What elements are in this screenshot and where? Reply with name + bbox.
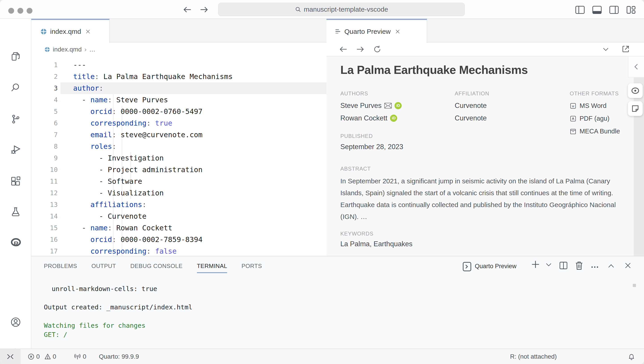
code-line[interactable]: 3author: (31, 82, 326, 94)
other-formats-list: wMS WordPDF (agu)MECA Bundle (570, 99, 620, 138)
preview-tab-bar: Quarto Preview (326, 19, 644, 43)
back-icon[interactable] (339, 46, 347, 53)
error-icon (28, 353, 34, 360)
reload-icon[interactable] (373, 45, 381, 53)
keywords-text: La Palma, Earthquakes (340, 240, 412, 248)
testing-icon[interactable] (10, 207, 21, 217)
account-icon[interactable] (10, 317, 21, 327)
code-line[interactable]: 2title: La Palma Earthquake Mechanisms (31, 71, 326, 82)
code-line[interactable]: 10 - Project administration (31, 164, 326, 176)
line-number: 11 (31, 178, 58, 185)
run-debug-icon[interactable] (10, 144, 21, 155)
history-back-icon[interactable] (183, 6, 192, 13)
line-number: 1 (31, 61, 58, 69)
terminal-dropdown-chevron-icon[interactable] (546, 263, 552, 267)
code-line[interactable]: 14 - Curvenote (31, 210, 326, 222)
bell-icon (628, 353, 635, 360)
split-terminal-icon[interactable] (559, 261, 568, 270)
toggle-secondary-sidebar-icon[interactable] (609, 6, 619, 14)
format-link[interactable]: wMS Word (570, 99, 620, 112)
breadcrumb-file[interactable]: index.qmd (53, 46, 82, 53)
remote-indicator[interactable] (0, 349, 20, 364)
format-link[interactable]: PDF (agu) (570, 112, 620, 125)
highlight-tool-button[interactable] (628, 83, 643, 98)
code-line[interactable]: 8 roles: (31, 141, 326, 152)
orcid-icon[interactable]: iD (394, 102, 402, 109)
code-line[interactable]: 15 - name: Rowan Cockett (31, 222, 326, 234)
chevron-left-icon[interactable] (634, 64, 639, 70)
code-editor[interactable]: 1---2title: La Palma Earthquake Mechanis… (31, 56, 326, 256)
kill-terminal-trash-icon[interactable] (575, 261, 584, 270)
panel-tab-terminal[interactable]: TERMINAL (197, 263, 227, 269)
chevron-down-icon[interactable] (602, 48, 609, 52)
customize-layout-icon[interactable] (626, 6, 636, 14)
error-count: 0 (36, 353, 40, 360)
ports-status[interactable]: 0 (74, 349, 86, 364)
tab-quarto-preview[interactable]: Quarto Preview (326, 19, 427, 43)
code-line[interactable]: 4 - name: Steve Purves (31, 94, 326, 106)
window-minimize-button[interactable] (18, 8, 23, 14)
history-forward-icon[interactable] (200, 6, 208, 13)
tab-label: index.qmd (50, 28, 81, 35)
code-line[interactable]: 13 affiliations: (31, 199, 326, 210)
new-terminal-icon[interactable] (531, 260, 540, 269)
annotation-tool-button[interactable] (628, 101, 643, 116)
broadcast-icon (74, 353, 81, 360)
r-lang-icon[interactable]: R (10, 237, 22, 248)
terminal-output[interactable]: unroll-markdown-cells: trueOutput create… (44, 284, 192, 339)
window-zoom-button[interactable] (27, 8, 32, 14)
quarto-preview-document: La Palma Earthquake Mechanisms AUTHORS A… (326, 56, 644, 256)
notifications-bell[interactable] (628, 349, 635, 364)
toggle-primary-sidebar-icon[interactable] (575, 6, 585, 14)
code-line[interactable]: 17 corresponding: false (31, 245, 326, 256)
breadcrumb[interactable]: index.qmd › … (31, 43, 326, 56)
search-icon[interactable] (10, 82, 21, 93)
terminal-instance-name[interactable]: Quarto Preview (475, 263, 516, 270)
pdf-icon (570, 115, 576, 122)
breadcrumb-more[interactable]: … (89, 46, 96, 53)
search-label: manuscript-template-vscode (304, 6, 388, 13)
files-icon[interactable] (10, 51, 21, 62)
terminal-line: GET: / (44, 330, 192, 339)
forward-icon[interactable] (356, 46, 364, 53)
line-number: 8 (31, 143, 58, 150)
code-line[interactable]: 9 - Investigation (31, 152, 326, 164)
open-external-icon[interactable] (622, 45, 630, 53)
panel-tab-output[interactable]: OUTPUT (92, 263, 116, 269)
quarto-version-status[interactable]: Quarto: 99.9.9 (99, 349, 139, 364)
panel-tab-debug-console[interactable]: DEBUG CONSOLE (130, 263, 182, 269)
quarto-file-icon (40, 28, 47, 35)
toggle-panel-icon[interactable] (592, 6, 602, 14)
problems-status[interactable]: 0 0 (28, 349, 56, 364)
warning-count: 0 (53, 353, 56, 360)
search-icon (295, 6, 301, 13)
window-close-button[interactable] (8, 8, 14, 14)
email-envelope-icon[interactable] (384, 103, 392, 109)
close-icon[interactable] (395, 29, 400, 35)
panel-tab-problems[interactable]: PROBLEMS (44, 263, 77, 269)
code-line[interactable]: 11 - Software (31, 176, 326, 187)
maximize-panel-chevron-icon[interactable] (608, 264, 614, 268)
code-line[interactable]: 6 corresponding: true (31, 117, 326, 129)
code-line[interactable]: 1--- (31, 59, 326, 71)
close-icon[interactable] (85, 29, 91, 35)
code-line[interactable]: 7 email: steve@curvenote.com (31, 129, 326, 141)
panel-scrollbar-thumb[interactable] (633, 284, 636, 287)
author-row: Rowan CockettiD (340, 112, 402, 125)
tab-label: Quarto Preview (344, 28, 391, 35)
code-line[interactable]: 16 orcid: 0000-0002-7859-8394 (31, 234, 326, 245)
extensions-icon[interactable] (10, 176, 21, 186)
code-line[interactable]: 12 - Visualization (31, 187, 326, 199)
command-center-search[interactable]: manuscript-template-vscode (218, 3, 465, 16)
tab-index-qmd[interactable]: index.qmd (31, 19, 110, 43)
source-control-icon[interactable] (10, 114, 21, 125)
code-line[interactable]: 5 orcid: 0000-0002-0760-5497 (31, 106, 326, 117)
panel-more-actions-icon[interactable] (591, 265, 599, 269)
toc-collapse-strip[interactable] (628, 56, 644, 78)
r-status[interactable]: R: (not attached) (510, 349, 557, 364)
panel-tab-ports[interactable]: PORTS (242, 263, 262, 269)
format-link[interactable]: MECA Bundle (570, 125, 620, 138)
close-panel-icon[interactable] (624, 262, 632, 269)
orcid-icon[interactable]: iD (390, 115, 397, 122)
chevron-right-icon: › (84, 46, 86, 53)
